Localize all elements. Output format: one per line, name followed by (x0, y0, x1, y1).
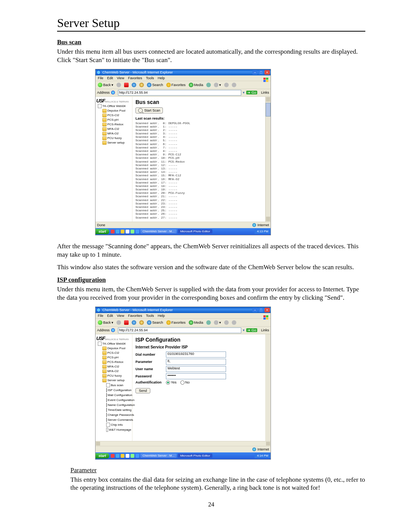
scroll-right-icon[interactable] (266, 442, 270, 446)
window-maximize-button[interactable]: □ (258, 70, 264, 75)
tree-item[interactable]: Name Configuration (108, 403, 135, 407)
mail-button[interactable]: ▾ (213, 320, 222, 325)
quick-launch[interactable] (111, 230, 139, 233)
quick-launch[interactable] (111, 454, 139, 458)
ql-icon[interactable] (111, 454, 115, 458)
menu-view[interactable]: View (117, 314, 124, 318)
tree-item[interactable]: Chip info (111, 423, 123, 427)
menu-view[interactable]: View (117, 76, 124, 80)
tree-item[interactable]: Server Commands (108, 418, 133, 422)
menu-help[interactable]: Help (158, 314, 165, 318)
forward-button[interactable] (116, 82, 122, 88)
tree-item[interactable]: MFA-O2 (107, 132, 119, 135)
tree-item[interactable]: ISP Configuration (108, 388, 132, 392)
tree-item[interactable]: Event Configuration (108, 398, 134, 402)
address-input[interactable] (118, 328, 241, 333)
ql-icon[interactable] (126, 230, 129, 233)
tree-item[interactable]: MFA-O2 (107, 369, 119, 373)
menu-help[interactable]: Help (158, 76, 165, 80)
tree-root[interactable]: TK-Office Web04 (102, 104, 126, 108)
ql-icon[interactable] (116, 454, 119, 458)
address-input[interactable] (118, 90, 241, 96)
window-maximize-button[interactable]: □ (258, 308, 264, 312)
refresh-button[interactable] (131, 320, 137, 325)
go-button[interactable]: ➔ Go (246, 91, 257, 94)
menu-edit[interactable]: Edit (107, 314, 113, 318)
ql-icon[interactable] (126, 454, 129, 458)
tree-item[interactable]: PCS-Cl2 (107, 113, 119, 117)
search-button[interactable]: Search (146, 82, 164, 88)
home-button[interactable] (139, 82, 145, 88)
input-dial[interactable]: 01019019231760 (166, 351, 226, 358)
taskbar-item[interactable]: Microsoft Photo Editor (178, 454, 212, 458)
taskbar-item[interactable]: ChemWeb Server - M... (140, 454, 177, 458)
menu-tools[interactable]: Tools (146, 314, 154, 318)
scroll-down-icon[interactable] (266, 217, 270, 221)
ql-icon[interactable] (121, 454, 124, 458)
taskbar-item[interactable]: ChemWeb Server - M... (140, 229, 177, 233)
tree-item[interactable]: PCS-Redox (107, 123, 123, 126)
ql-icon[interactable] (121, 230, 124, 233)
menu-file[interactable]: File (98, 76, 104, 80)
edit-button-tb[interactable] (231, 320, 237, 325)
taskbar-item[interactable]: Microsoft Photo Editor (178, 229, 212, 233)
scroll-thumb[interactable] (266, 103, 271, 117)
window-close-button[interactable]: × (264, 70, 270, 75)
ql-icon[interactable] (135, 230, 139, 233)
tree-item[interactable]: MFA-Cl2 (107, 365, 119, 368)
input-user[interactable]: Webtest (166, 366, 226, 372)
tree-item[interactable]: PCS-pH (107, 118, 118, 121)
tree-item[interactable]: MFA-Cl2 (107, 127, 119, 131)
home-button[interactable] (139, 320, 145, 325)
tree-item[interactable]: Depolox Pool (107, 347, 126, 350)
forward-button[interactable] (116, 320, 122, 325)
tree-item[interactable]: PCS-Cl2 (107, 351, 119, 355)
media-button[interactable]: Media (188, 82, 204, 88)
radio-auth-no[interactable]: No (180, 380, 190, 385)
scroll-up-icon[interactable] (266, 97, 270, 102)
send-button[interactable]: Send (135, 388, 150, 393)
tree-item[interactable]: Change Passwords (108, 413, 134, 417)
window-close-button[interactable]: × (264, 308, 270, 312)
tree-item[interactable]: Depolox Pool (107, 109, 126, 112)
stop-button[interactable] (123, 320, 129, 325)
menu-tools[interactable]: Tools (146, 76, 154, 80)
search-button[interactable]: Search (146, 320, 164, 325)
history-button[interactable] (206, 82, 212, 88)
radio-auth-yes[interactable]: Yes (166, 380, 177, 385)
vertical-scrollbar[interactable] (265, 97, 271, 222)
ql-icon[interactable] (116, 230, 119, 233)
tree-root[interactable]: TK-Office Web04 (102, 342, 126, 345)
tree-item[interactable]: Server setup (107, 141, 124, 144)
tree-item[interactable]: PCS-Redox (107, 360, 123, 364)
links-label[interactable]: Links (261, 91, 269, 94)
go-button[interactable]: ➔ Go (246, 328, 257, 332)
window-minimize-button[interactable]: – (252, 308, 258, 312)
input-password[interactable]: ••••••• (166, 373, 226, 379)
menu-favorites[interactable]: Favorites (128, 314, 142, 318)
history-button[interactable] (206, 320, 212, 325)
ql-icon[interactable] (111, 230, 115, 233)
back-button[interactable]: Back ▾ (97, 320, 114, 325)
start-button[interactable]: start (96, 229, 109, 234)
tree-item[interactable]: Bus scan (111, 383, 123, 387)
start-scan-button[interactable]: Start Scan (135, 107, 163, 113)
tree-item[interactable]: W&T Homepage (109, 428, 131, 431)
print-button[interactable] (223, 82, 229, 88)
ql-icon[interactable] (131, 454, 134, 458)
menu-edit[interactable]: Edit (107, 76, 113, 80)
tree-item[interactable]: PCU fuzzy (107, 374, 122, 377)
media-button[interactable]: Media (188, 320, 204, 325)
refresh-button[interactable] (131, 82, 137, 88)
ql-icon[interactable] (131, 230, 134, 233)
tree-item[interactable]: Time/Date setting (108, 408, 131, 412)
favorites-button[interactable]: Favorites (166, 320, 186, 325)
start-button[interactable]: start (96, 453, 109, 459)
tree-item[interactable]: Server setup (107, 379, 124, 382)
mail-button[interactable]: ▾ (213, 82, 222, 88)
tree-item[interactable]: Mail Configuration (108, 393, 132, 397)
input-parameter[interactable]: 8, (166, 359, 226, 365)
edit-button-tb[interactable] (231, 82, 237, 88)
tree-item[interactable]: PCS-pH (107, 356, 118, 359)
stop-button[interactable] (123, 82, 129, 88)
